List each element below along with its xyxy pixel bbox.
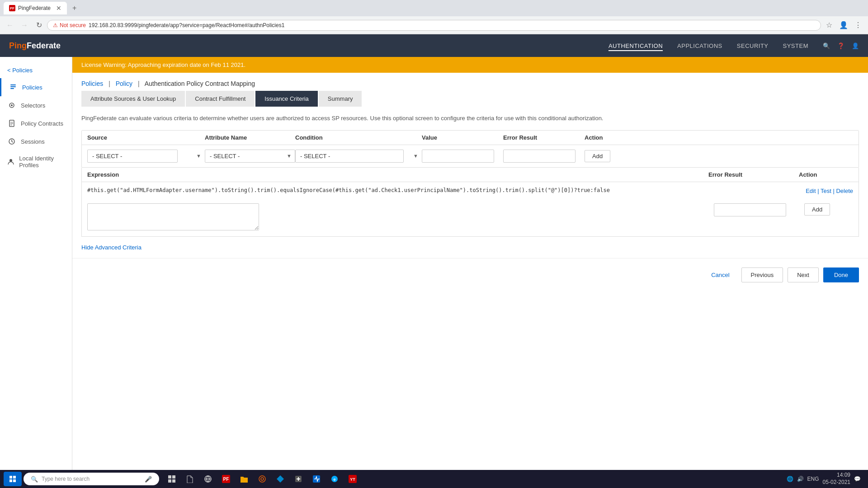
sidebar-label-local-identity: Local Identity Profiles: [19, 155, 65, 169]
nav-authentication[interactable]: AUTHENTICATION: [609, 41, 663, 51]
sidebar-item-policies[interactable]: Policies: [0, 78, 72, 96]
nav-security[interactable]: SECURITY: [737, 41, 769, 51]
svg-rect-0: [10, 84, 16, 85]
forward-button[interactable]: →: [18, 19, 31, 32]
license-warning: License Warning: Approaching expiration …: [72, 57, 868, 73]
expression-input-row: Add: [82, 199, 859, 236]
svg-rect-6: [10, 122, 13, 122]
col-action: Action: [585, 134, 639, 141]
expression-textarea[interactable]: [87, 203, 259, 230]
source-select[interactable]: - SELECT -: [87, 150, 178, 163]
expr-pipe1: |: [817, 188, 821, 194]
sidebar-item-sessions[interactable]: Sessions: [0, 132, 72, 150]
policies-icon: [9, 83, 18, 92]
attribute-select[interactable]: - SELECT -: [205, 150, 295, 163]
expression-delete-link[interactable]: Delete: [836, 188, 853, 194]
address-bar[interactable]: ⚠ Not secure 192.168.20.83:9999/pingfede…: [47, 20, 821, 31]
error-result-cell: [503, 150, 585, 163]
browser-tab[interactable]: PF PingFederate ✕: [4, 2, 67, 14]
next-button[interactable]: Next: [788, 267, 819, 282]
sidebar-label-selectors: Selectors: [21, 102, 45, 109]
source-select-wrapper: - SELECT - ▼: [87, 150, 205, 163]
selectors-icon: [7, 101, 16, 110]
help-icon[interactable]: ❓: [837, 42, 844, 49]
svg-point-4: [11, 104, 13, 106]
expr-col-error-result: Error Result: [708, 171, 799, 178]
sidebar-item-local-identity[interactable]: Local Identity Profiles: [0, 150, 72, 173]
sidebar-back-button[interactable]: < Policies: [0, 62, 72, 78]
expression-action-links: Edit | Test | Delete: [806, 187, 853, 194]
cancel-button[interactable]: Cancel: [704, 267, 736, 282]
criteria-table: Source Attribute Name Condition Value Er…: [81, 130, 859, 168]
col-attribute-name: Attribute Name: [205, 134, 295, 141]
sidebar-label-policies: Policies: [22, 84, 42, 91]
error-result-input[interactable]: [503, 150, 576, 163]
breadcrumb-policy[interactable]: Policy: [116, 80, 132, 87]
tab-contract-fulfillment[interactable]: Contract Fulfillment: [186, 91, 255, 107]
expression-edit-link[interactable]: Edit: [806, 188, 816, 194]
expr-col-expression: Expression: [87, 171, 708, 178]
sidebar-item-policy-contracts[interactable]: Policy Contracts: [0, 114, 72, 132]
app-header: PingFederate AUTHENTICATION APPLICATIONS…: [0, 34, 868, 57]
policy-contracts-icon: [7, 119, 16, 128]
criteria-add-button[interactable]: Add: [585, 150, 610, 162]
expression-input-error: [708, 203, 799, 216]
table-header: Source Attribute Name Condition Value Er…: [82, 131, 859, 145]
browser-favicon: PF: [9, 5, 15, 11]
done-button[interactable]: Done: [823, 267, 859, 282]
menu-button[interactable]: ⋮: [852, 19, 864, 32]
expression-section: Expression Error Result Action #this.get…: [81, 168, 859, 237]
action-cell: Add: [585, 150, 639, 162]
profile-button[interactable]: 👤: [837, 19, 850, 32]
user-icon[interactable]: 👤: [852, 42, 859, 49]
new-tab-button[interactable]: +: [69, 4, 80, 12]
svg-rect-7: [10, 123, 13, 124]
footer-buttons: Cancel Previous Next Done: [72, 258, 868, 291]
tab-summary[interactable]: Summary: [319, 91, 362, 107]
refresh-button[interactable]: ↻: [33, 19, 45, 32]
security-warning-text: Not secure: [60, 22, 86, 28]
tab-attribute-sources[interactable]: Attribute Sources & User Lookup: [81, 91, 185, 107]
page-description: PingFederate can evaluate various criter…: [72, 114, 868, 130]
header-icons: 🔍 ❓ 👤: [823, 42, 859, 49]
expression-input-action: Add: [799, 203, 853, 216]
nav-system[interactable]: SYSTEM: [783, 41, 808, 51]
svg-point-10: [9, 159, 12, 162]
bookmark-button[interactable]: ☆: [823, 19, 835, 32]
expression-add-button[interactable]: Add: [804, 203, 830, 216]
advanced-criteria-link[interactable]: Hide Advanced Criteria: [81, 244, 859, 251]
expression-text: #this.get("ad.HTMLFormAdapter.username")…: [87, 187, 724, 194]
condition-select-wrapper: - SELECT - ▼: [295, 150, 422, 163]
expression-error-input[interactable]: [714, 203, 786, 216]
expression-data-row: #this.get("ad.HTMLFormAdapter.username")…: [82, 182, 859, 199]
browser-tab-title: PingFederate: [18, 5, 51, 11]
tab-bar: Attribute Sources & User Lookup Contract…: [72, 91, 868, 107]
expression-textarea-cell: [87, 203, 708, 232]
back-button[interactable]: ←: [4, 19, 16, 32]
breadcrumb-current: Authentication Policy Contract Mapping: [145, 80, 255, 87]
local-identity-icon: [7, 157, 14, 166]
expr-col-action: Action: [799, 171, 853, 178]
search-icon[interactable]: 🔍: [823, 42, 830, 49]
sidebar-item-selectors[interactable]: Selectors: [0, 96, 72, 114]
nav-applications[interactable]: APPLICATIONS: [677, 41, 722, 51]
svg-rect-2: [10, 88, 14, 89]
condition-select-arrow: ▼: [413, 153, 418, 159]
address-text: 192.168.20.83:9999/pingfederate/app?serv…: [89, 22, 284, 28]
attribute-select-wrapper: - SELECT - ▼: [205, 150, 295, 163]
sessions-icon: [7, 137, 16, 146]
condition-select[interactable]: - SELECT -: [295, 150, 404, 163]
value-input[interactable]: [422, 150, 494, 163]
svg-rect-1: [10, 86, 16, 87]
sidebar-label-policy-contracts: Policy Contracts: [21, 120, 63, 127]
breadcrumb-policies[interactable]: Policies: [81, 80, 103, 87]
table-input-row: - SELECT - ▼ - SELECT - ▼ - SELECT - ▼: [82, 145, 859, 167]
tab-issuance-criteria[interactable]: Issuance Criteria: [255, 91, 318, 107]
browser-close-btn[interactable]: ✕: [56, 5, 61, 12]
expression-test-link[interactable]: Test: [821, 188, 831, 194]
col-value: Value: [422, 134, 503, 141]
security-warning-icon: ⚠: [53, 22, 58, 28]
sidebar: < Policies Policies Selectors Policy Con…: [0, 57, 72, 470]
breadcrumb: Policies | Policy | Authentication Polic…: [72, 73, 868, 91]
previous-button[interactable]: Previous: [741, 267, 783, 282]
